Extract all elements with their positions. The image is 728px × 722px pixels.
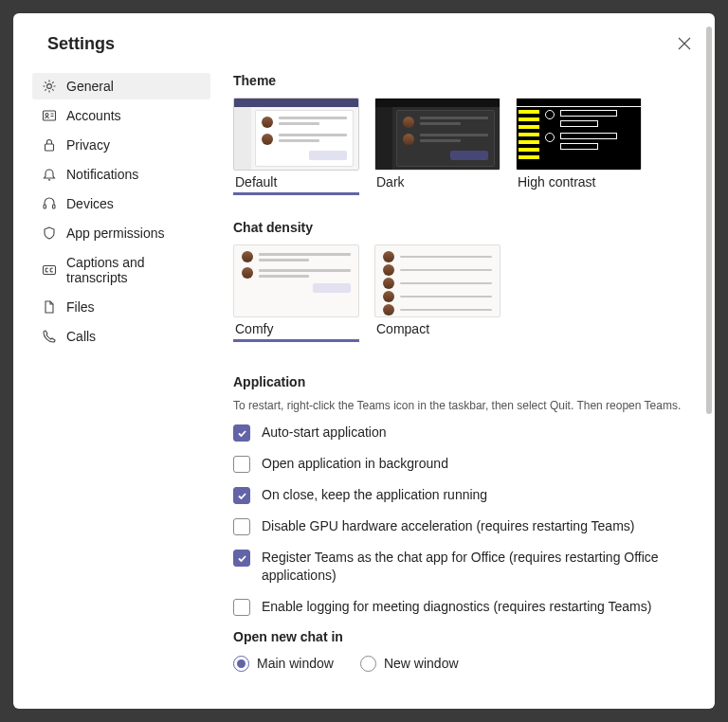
theme-preview-dark xyxy=(374,98,500,171)
density-preview-comfy xyxy=(233,244,359,317)
close-icon xyxy=(678,37,691,50)
svg-point-2 xyxy=(47,84,52,89)
shield-icon xyxy=(42,226,57,241)
file-icon xyxy=(42,299,57,315)
checkbox-icon xyxy=(233,550,250,567)
theme-option-dark[interactable]: Dark xyxy=(374,98,500,195)
checkbox-icon xyxy=(233,424,250,442)
checkbox-label: Disable GPU hardware acceleration (requi… xyxy=(262,517,634,535)
radio-icon xyxy=(360,656,376,672)
theme-title: Theme xyxy=(233,73,686,88)
sidebar-item-label: Accounts xyxy=(66,108,121,123)
checkbox-icon xyxy=(233,599,250,616)
sidebar-item-label: Devices xyxy=(66,196,114,211)
settings-content: Theme Default xyxy=(220,73,709,709)
sidebar-item-app-permissions[interactable]: App permissions xyxy=(32,220,210,246)
svg-rect-8 xyxy=(44,266,56,275)
headset-icon xyxy=(42,196,57,211)
id-card-icon xyxy=(42,108,57,123)
checkbox-label: Register Teams as the chat app for Offic… xyxy=(262,549,686,585)
sidebar-item-label: Captions and transcripts xyxy=(66,255,201,285)
scrollbar-thumb[interactable] xyxy=(706,27,712,414)
lock-icon xyxy=(42,137,57,153)
sidebar-item-accounts[interactable]: Accounts xyxy=(32,102,210,129)
sidebar-item-label: Calls xyxy=(66,329,96,344)
sidebar-item-privacy[interactable]: Privacy xyxy=(32,132,210,158)
checkbox-disable-gpu[interactable]: Disable GPU hardware acceleration (requi… xyxy=(233,517,686,535)
svg-rect-5 xyxy=(46,144,54,151)
density-option-compact[interactable]: Compact xyxy=(374,244,500,342)
application-title: Application xyxy=(233,374,686,389)
gear-icon xyxy=(42,79,57,94)
sidebar-item-captions[interactable]: Captions and transcripts xyxy=(32,249,210,291)
sidebar-item-label: Files xyxy=(66,299,95,315)
sidebar-item-general[interactable]: General xyxy=(32,73,210,99)
sidebar-item-label: Notifications xyxy=(66,167,138,182)
checkbox-auto-start[interactable]: Auto-start application xyxy=(233,424,686,442)
radio-main-window[interactable]: Main window xyxy=(233,656,334,672)
theme-preview-default xyxy=(233,98,359,171)
checkbox-icon xyxy=(233,487,250,504)
checkbox-label: Open application in background xyxy=(262,455,448,473)
scrollbar[interactable] xyxy=(706,27,712,695)
checkbox-icon xyxy=(233,456,250,473)
checkbox-icon xyxy=(233,518,250,535)
checkbox-label: On close, keep the application running xyxy=(262,486,487,504)
sidebar-item-label: App permissions xyxy=(66,226,165,241)
checkbox-keep-running[interactable]: On close, keep the application running xyxy=(233,486,686,504)
density-option-comfy[interactable]: Comfy xyxy=(233,244,359,342)
settings-dialog: Settings General Accounts Privacy Notifi… xyxy=(13,13,715,709)
radio-label: Main window xyxy=(257,656,334,671)
theme-option-label: Dark xyxy=(374,171,500,195)
cc-icon xyxy=(42,262,57,278)
close-button[interactable] xyxy=(673,32,696,55)
svg-rect-3 xyxy=(44,111,56,120)
theme-options: Default Dark xyxy=(233,98,686,195)
theme-preview-high-contrast xyxy=(516,98,642,171)
density-option-label: Comfy xyxy=(233,317,359,342)
density-options: Comfy Compact xyxy=(233,244,686,342)
theme-option-label: Default xyxy=(233,171,359,195)
density-option-label: Compact xyxy=(374,317,500,342)
dialog-title: Settings xyxy=(13,13,715,73)
settings-sidebar: General Accounts Privacy Notifications D… xyxy=(13,73,220,709)
open-chat-title: Open new chat in xyxy=(233,629,686,644)
svg-rect-7 xyxy=(53,205,56,208)
checkbox-label: Auto-start application xyxy=(262,424,387,442)
theme-option-high-contrast[interactable]: High contrast xyxy=(516,98,642,195)
density-title: Chat density xyxy=(233,220,686,235)
bell-icon xyxy=(42,167,57,182)
checkbox-enable-logging[interactable]: Enable logging for meeting diagnostics (… xyxy=(233,598,686,616)
application-subtitle: To restart, right-click the Teams icon i… xyxy=(233,399,686,412)
sidebar-item-devices[interactable]: Devices xyxy=(32,190,210,217)
radio-new-window[interactable]: New window xyxy=(360,656,459,672)
radio-icon xyxy=(233,656,249,672)
sidebar-item-notifications[interactable]: Notifications xyxy=(32,161,210,188)
sidebar-item-label: General xyxy=(66,79,114,94)
svg-point-4 xyxy=(46,114,48,117)
theme-option-label: High contrast xyxy=(516,171,642,195)
theme-option-default[interactable]: Default xyxy=(233,98,359,195)
checkbox-open-background[interactable]: Open application in background xyxy=(233,455,686,473)
checkbox-label: Enable logging for meeting diagnostics (… xyxy=(262,598,651,616)
density-preview-compact xyxy=(374,244,500,317)
phone-icon xyxy=(42,329,57,344)
sidebar-item-files[interactable]: Files xyxy=(32,294,210,320)
open-chat-options: Main window New window xyxy=(233,656,686,672)
checkbox-register-chat-app[interactable]: Register Teams as the chat app for Offic… xyxy=(233,549,686,585)
sidebar-item-label: Privacy xyxy=(66,137,110,153)
sidebar-item-calls[interactable]: Calls xyxy=(32,323,210,350)
radio-label: New window xyxy=(384,656,459,671)
svg-rect-6 xyxy=(44,205,46,208)
